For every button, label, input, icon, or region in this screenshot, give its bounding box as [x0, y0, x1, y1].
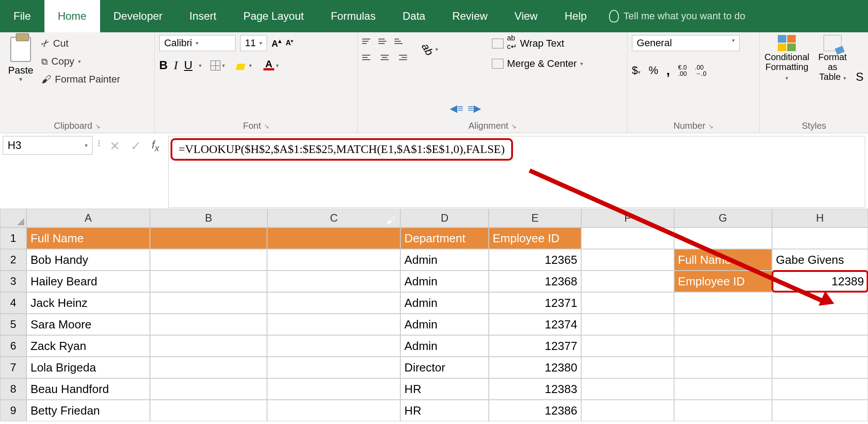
- tab-developer[interactable]: Developer: [100, 0, 176, 32]
- cell-E1[interactable]: Employee ID: [489, 227, 581, 249]
- cell-H8[interactable]: [772, 378, 868, 400]
- cell-A4[interactable]: Jack Heinz: [26, 292, 150, 314]
- col-header-B[interactable]: B: [150, 209, 267, 227]
- cell-C4[interactable]: [267, 292, 400, 314]
- col-header-F[interactable]: F: [581, 209, 674, 227]
- row-header-2[interactable]: 2: [0, 249, 26, 271]
- cell-H7[interactable]: [772, 357, 868, 378]
- cell-C2[interactable]: [267, 249, 400, 271]
- increase-decimal-button[interactable]: €.0.00: [678, 64, 687, 77]
- cell-H9[interactable]: [772, 400, 868, 421]
- font-color-button[interactable]: A▾: [261, 59, 281, 71]
- tab-page-layout[interactable]: Page Layout: [230, 0, 317, 32]
- cell-F4[interactable]: [581, 292, 674, 314]
- conditional-formatting-button[interactable]: Conditional Formatting ▾: [764, 35, 809, 119]
- col-header-E[interactable]: E: [489, 209, 581, 227]
- cell-F5[interactable]: [581, 314, 674, 335]
- align-center-button[interactable]: [378, 51, 391, 64]
- decrease-decimal-button[interactable]: .00→.0: [695, 64, 706, 77]
- cancel-formula-button[interactable]: ✕: [110, 139, 120, 153]
- col-header-A[interactable]: A: [26, 209, 150, 227]
- col-header-C[interactable]: C: [267, 209, 401, 227]
- cell-C5[interactable]: [267, 314, 400, 335]
- tab-help[interactable]: Help: [551, 0, 600, 32]
- insert-function-button[interactable]: fx: [152, 139, 159, 153]
- cell-E8[interactable]: 12383: [489, 378, 581, 400]
- cell-A6[interactable]: Zack Ryan: [26, 335, 150, 357]
- cell-H5[interactable]: [772, 314, 868, 335]
- font-name-combo[interactable]: Calibri▾: [159, 35, 236, 51]
- row-header-5[interactable]: 5: [0, 314, 26, 335]
- col-header-G[interactable]: G: [674, 209, 772, 227]
- cell-D5[interactable]: Admin: [400, 314, 489, 335]
- cell-E9[interactable]: 12386: [489, 400, 581, 421]
- cell-E6[interactable]: 12377: [489, 335, 581, 357]
- increase-font-button[interactable]: A▴: [272, 37, 281, 49]
- tell-me-search[interactable]: Tell me what you want to do: [600, 0, 754, 32]
- tab-insert[interactable]: Insert: [176, 0, 230, 32]
- merge-center-button[interactable]: Merge & Center▾: [492, 58, 583, 70]
- select-all-button[interactable]: [0, 209, 26, 227]
- row-header-3[interactable]: 3: [0, 271, 26, 292]
- row-header-6[interactable]: 6: [0, 335, 26, 357]
- cell-F3[interactable]: [581, 271, 674, 292]
- cell-F8[interactable]: [581, 378, 674, 400]
- orientation-button[interactable]: ab▾: [414, 42, 441, 57]
- accounting-format-button[interactable]: $▾: [632, 64, 640, 77]
- tab-formulas[interactable]: Formulas: [317, 0, 389, 32]
- tab-view[interactable]: View: [501, 0, 551, 32]
- wrap-text-button[interactable]: abc↵Wrap Text: [492, 35, 583, 52]
- align-middle-button[interactable]: [378, 35, 391, 48]
- cell-A3[interactable]: Hailey Beard: [26, 271, 150, 292]
- cell-A8[interactable]: Beau Handford: [26, 378, 150, 400]
- tab-file[interactable]: File: [0, 0, 44, 32]
- cell-D4[interactable]: Admin: [400, 292, 489, 314]
- borders-button[interactable]: ▾: [208, 60, 228, 71]
- quick-analysis-icon[interactable]: 🖌: [386, 215, 398, 227]
- cell-C6[interactable]: [267, 335, 400, 357]
- cell-B6[interactable]: [150, 335, 267, 357]
- cell-C8[interactable]: [267, 378, 400, 400]
- fill-color-button[interactable]: ▾: [234, 60, 254, 71]
- tab-review[interactable]: Review: [439, 0, 501, 32]
- chevron-down-icon[interactable]: ▾: [199, 62, 202, 69]
- cell-G8[interactable]: [674, 378, 772, 400]
- cell-B7[interactable]: [150, 357, 267, 378]
- cell-G3[interactable]: Employee ID: [674, 271, 772, 292]
- cell-B9[interactable]: [150, 400, 267, 421]
- cell-B1[interactable]: [150, 227, 267, 249]
- name-box[interactable]: H3▾: [3, 136, 92, 155]
- decrease-indent-button[interactable]: ◀≡: [450, 103, 463, 114]
- cell-A2[interactable]: Bob Handy: [26, 249, 150, 271]
- cell-A9[interactable]: Betty Friedan: [26, 400, 150, 421]
- cell-A7[interactable]: Lola Brigeda: [26, 357, 150, 378]
- cell-C9[interactable]: [267, 400, 400, 421]
- cell-D3[interactable]: Admin: [400, 271, 489, 292]
- tab-data[interactable]: Data: [389, 0, 439, 32]
- dialog-launcher-icon[interactable]: ↘: [511, 122, 517, 130]
- cell-D7[interactable]: Director: [400, 357, 489, 378]
- cell-D8[interactable]: HR: [400, 378, 489, 400]
- cell-B5[interactable]: [150, 314, 267, 335]
- cell-A1[interactable]: Full Name: [26, 227, 150, 249]
- cell-B3[interactable]: [150, 271, 267, 292]
- cell-D1[interactable]: Department: [400, 227, 489, 249]
- align-right-button[interactable]: [395, 51, 407, 64]
- format-painter-button[interactable]: 🖌Format Painter: [41, 74, 120, 85]
- cell-G9[interactable]: [674, 400, 772, 421]
- cell-E7[interactable]: 12380: [489, 357, 581, 378]
- align-left-button[interactable]: [362, 51, 375, 64]
- cell-H3[interactable]: 12389: [772, 271, 868, 292]
- cell-G7[interactable]: [674, 357, 772, 378]
- cell-C1[interactable]: 🖌: [267, 227, 400, 249]
- row-header-7[interactable]: 7: [0, 357, 26, 378]
- col-header-D[interactable]: D: [400, 209, 489, 227]
- comma-format-button[interactable]: ,: [666, 63, 670, 78]
- cell-D6[interactable]: Admin: [400, 335, 489, 357]
- dialog-launcher-icon[interactable]: ↘: [708, 122, 714, 130]
- number-format-combo[interactable]: General▾: [632, 35, 740, 51]
- dialog-launcher-icon[interactable]: ↘: [264, 122, 269, 130]
- format-as-table-button[interactable]: Format as Table ▾: [818, 35, 846, 119]
- row-header-9[interactable]: 9: [0, 400, 26, 421]
- font-size-combo[interactable]: 11▾: [240, 35, 267, 51]
